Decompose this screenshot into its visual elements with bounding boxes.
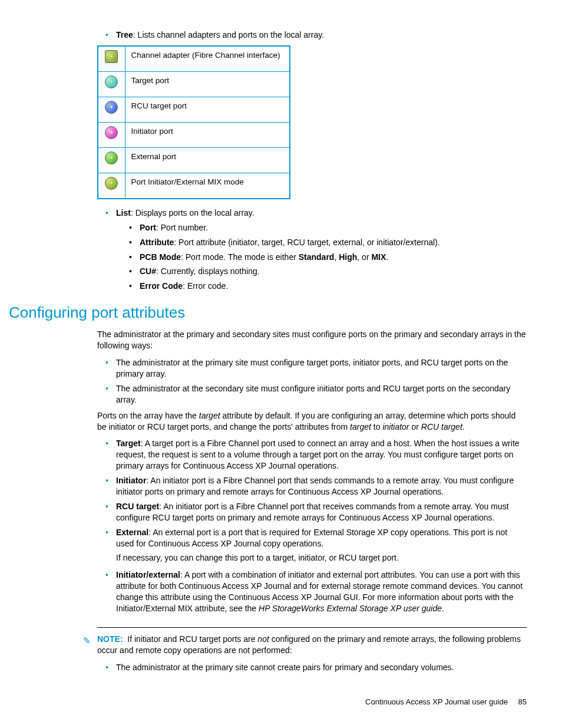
icon-desc: Channel adapter (Fibre Channel interface… [125, 46, 290, 72]
port-type-target: Target: A target port is a Fibre Channel… [105, 438, 527, 472]
note-bullet-list: The administrator at the primary site ca… [97, 662, 527, 673]
port-type-rcu-target: RCU target: An initiator port is a Fibre… [105, 501, 527, 523]
note-label: NOTE: [97, 634, 123, 644]
note-text: NOTE: If initiator and RCU target ports … [97, 634, 527, 656]
list-bullet-list: List: Displays ports on the local array.… [97, 207, 527, 292]
port-type-initiator-external: Initiator/external: A port with a combin… [105, 569, 527, 614]
channel-adapter-icon [105, 50, 118, 63]
tree-bullet: Tree: Lists channel adapters and ports o… [105, 29, 527, 41]
icon-desc: External port [125, 147, 290, 173]
list-item: Attribute: Port attribute (initiator, ta… [129, 237, 527, 248]
tree-desc: : Lists channel adapters and ports on th… [133, 30, 324, 39]
initiator-port-icon [105, 126, 118, 139]
table-row: RCU target port [98, 97, 290, 122]
ports-default-paragraph: Ports on the array have the target attri… [97, 410, 527, 433]
list-item: The administrator at the primary site mu… [105, 357, 527, 380]
note-icon: ✎ [83, 635, 91, 647]
page-number: 85 [518, 697, 527, 706]
port-type-external: External: An external port is a port tha… [105, 527, 527, 564]
icon-desc: RCU target port [125, 97, 290, 122]
icon-desc: Target port [125, 71, 290, 97]
port-type-initiator: Initiator: An initiator port is a Fibre … [105, 475, 527, 498]
external-port-icon [105, 151, 118, 164]
table-row: Initiator port [98, 122, 290, 147]
admin-bullet-list: The administrator at the primary site mu… [97, 357, 527, 406]
icon-desc: Port Initiator/External MIX mode [125, 173, 290, 199]
list-bullet: List: Displays ports on the local array.… [105, 207, 527, 292]
list-item: PCB Mode: Port mode. The mode is either … [129, 252, 527, 263]
icon-desc: Initiator port [125, 122, 290, 147]
list-desc: : Displays ports on the local array. [131, 208, 254, 218]
table-row: Channel adapter (Fibre Channel interface… [98, 46, 290, 72]
list-item: CU#: Currently, displays nothing. [129, 266, 527, 277]
icon-legend-table: Channel adapter (Fibre Channel interface… [97, 45, 290, 199]
list-item: The administrator at the secondary site … [105, 383, 527, 406]
note-block: ✎ NOTE: If initiator and RCU target port… [97, 634, 527, 673]
list-label: List [116, 208, 131, 218]
footer-title: Continuous Access XP Journal user guide [365, 697, 508, 706]
mix-mode-port-icon [105, 177, 118, 190]
rcu-target-port-icon [105, 101, 118, 114]
tree-label: Tree [116, 30, 133, 39]
list-item: Port: Port number. [129, 222, 527, 233]
list-sub-items: Port: Port number. Attribute: Port attri… [116, 222, 527, 292]
list-item: The administrator at the primary site ca… [105, 662, 527, 673]
page-footer: Continuous Access XP Journal user guide … [53, 697, 527, 707]
table-row: External port [98, 147, 290, 173]
port-types-list: Target: A target port is a Fibre Channel… [97, 438, 527, 614]
target-port-icon [105, 75, 118, 88]
table-row: Target port [98, 71, 290, 97]
separator [97, 627, 527, 628]
tree-bullet-list: Tree: Lists channel adapters and ports o… [97, 29, 527, 41]
section-heading: Configuring port attributes [9, 302, 527, 323]
intro-paragraph: The administrator at the primary and sec… [97, 329, 527, 351]
table-row: Port Initiator/External MIX mode [98, 173, 290, 199]
list-item: Error Code: Error code. [129, 281, 527, 292]
external-extra: If necessary, you can change this port t… [116, 552, 527, 564]
